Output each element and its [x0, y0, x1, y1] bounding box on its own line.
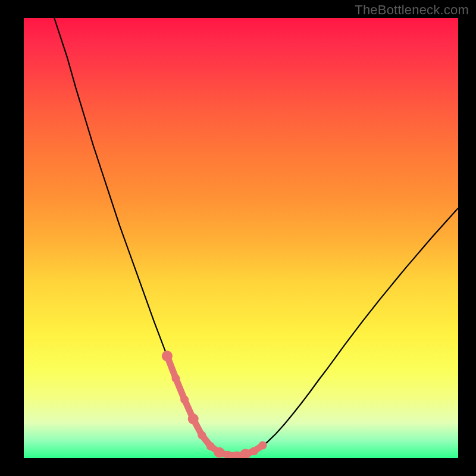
highlight-dot: [206, 442, 215, 450]
highlight-dot: [214, 447, 225, 458]
bottom-highlight-curve: [167, 356, 263, 455]
highlight-dot: [172, 374, 180, 383]
bottom-highlight-dots: [162, 350, 267, 458]
watermark-text: TheBottleneck.com: [355, 2, 469, 18]
chart-frame: TheBottleneck.com: [0, 0, 476, 476]
plot-area: [24, 18, 458, 458]
highlight-dot: [259, 441, 267, 450]
highlight-dot: [162, 350, 173, 361]
highlight-dot: [188, 414, 199, 424]
bottleneck-curve: [54, 18, 458, 456]
highlight-dot: [180, 396, 189, 404]
highlight-dot: [250, 447, 258, 455]
chart-svg: [24, 18, 458, 458]
highlight-dot: [198, 431, 206, 440]
